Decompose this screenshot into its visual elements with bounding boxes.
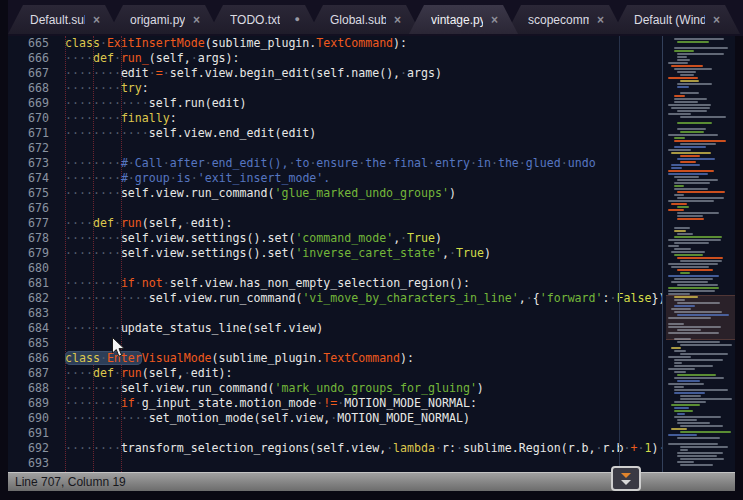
close-icon[interactable]: × [597,14,604,26]
minimap-row [668,326,721,328]
minimap-row [674,227,690,229]
editor-area[interactable]: 665class·ExitInsertMode(sublime_plugin.T… [8,36,735,472]
code-line[interactable]: 690············set_motion_mode(self.view… [8,411,663,426]
minimap[interactable] [666,36,735,472]
code-line[interactable]: 679········self.view.settings().set('inv… [8,246,663,261]
tab-origami-py[interactable]: origami.py× [108,5,220,34]
code-line[interactable]: 668········try: [8,81,663,96]
gutter-line-number: 672 [8,141,65,156]
minimap-row [680,116,726,118]
code-text: ············self.run(edit) [65,96,247,110]
tab-global-sublime[interactable]: Global.sublime× [308,5,421,34]
code-line[interactable]: 669············self.run(edit) [8,96,663,111]
code-text: ········#·group·is·'exit_insert_mode'. [65,171,330,185]
tab-label: Global.sublime [330,13,386,27]
minimap-row [677,302,720,304]
minimap-row [668,173,708,175]
minimap-row [674,182,710,184]
code-text: ············self.view.run_command('vi_mo… [65,291,663,305]
gutter-line-number: 680 [8,261,65,276]
close-icon[interactable]: × [491,14,498,26]
code-line[interactable]: 682············self.view.run_command('vi… [8,291,663,306]
mouse-pointer [111,337,126,362]
tab-scopecommand[interactable]: scopecommand× [506,5,624,34]
minimap-row [668,287,719,289]
gutter-line-number: 667 [8,66,65,81]
code-text: ········self.view.run_command('glue_mark… [65,186,456,200]
code-line[interactable]: 689········if·g_input_state.motion_mode·… [8,396,663,411]
code-line[interactable]: 671············self.view.end_edit(edit) [8,126,663,141]
minimap-row [674,401,706,403]
minimap-row [677,461,694,463]
minimap-row [674,389,728,391]
dirty-dot-icon[interactable]: ● [295,15,300,24]
code-line[interactable]: 666····def·run_(self,·args): [8,51,663,66]
code-line[interactable]: 680 [8,261,663,276]
minimap-row [674,305,695,307]
minimap-row [677,437,720,439]
minimap-row [668,200,714,202]
code-text: ········#·Call·after·end_edit(),·to·ensu… [65,156,596,170]
scroll-stepper-button[interactable] [611,466,641,491]
minimap-row [671,107,710,109]
code-line[interactable]: 676 [8,201,663,216]
minimap-row [674,95,685,97]
code-line[interactable]: 681········if·not·self.view.has_non_empt… [8,276,663,291]
tab-todo-txt[interactable]: TODO.txt● [208,5,320,34]
minimap-row [680,260,722,262]
minimap-row [677,284,718,286]
minimap-row [671,347,681,349]
close-icon[interactable]: × [394,14,401,26]
minimap-row [668,356,691,358]
gutter-line-number: 684 [8,321,65,336]
window-bottom-border [0,491,743,500]
code-text: ········self.view.settings().set('comman… [65,231,442,245]
code-line[interactable]: 674········#·group·is·'exit_insert_mode'… [8,171,663,186]
minimap-row [674,248,691,250]
minimap-row [680,80,699,82]
code-line[interactable]: 693 [8,456,663,471]
close-icon[interactable]: × [193,14,200,26]
close-icon[interactable]: × [713,14,720,26]
minimap-row [677,122,712,124]
minimap-row [674,47,728,49]
code-line[interactable]: 675········self.view.run_command('glue_m… [8,186,663,201]
minimap-row [668,239,721,241]
code-line[interactable]: 678········self.view.settings().set('com… [8,231,663,246]
minimap-row [677,206,689,208]
code-text: ········try: [65,81,149,95]
code-text: ········if·not·self.view.has_non_empty_s… [65,276,470,290]
code-line[interactable]: 665class·ExitInsertMode(sublime_plugin.T… [8,36,663,51]
minimap-row [668,245,679,247]
minimap-row [668,104,711,106]
code-line[interactable]: 691 [8,426,663,441]
minimap-row [677,86,689,88]
code-line[interactable]: 685 [8,336,663,351]
code-line[interactable]: 683 [8,306,663,321]
code-line[interactable]: 686class·EnterVisualMode(sublime_plugin.… [8,351,663,366]
code-line[interactable]: 670········finally: [8,111,663,126]
minimap-row [671,251,705,253]
close-icon[interactable]: × [93,14,100,26]
minimap-row [668,323,684,325]
minimap-row [680,161,696,163]
code-text: ········edit·=·self.view.begin_edit(self… [65,66,442,80]
minimap-row [680,353,728,355]
code-viewport[interactable]: 665class·ExitInsertMode(sublime_plugin.T… [8,36,663,472]
minimap-row [677,71,696,73]
code-line[interactable]: 677····def·run(self,·edit): [8,216,663,231]
code-line[interactable]: 673········#·Call·after·end_edit(),·to·e… [8,156,663,171]
tab-default-windo[interactable]: Default (Windo× [612,5,740,34]
code-text: class·ExitInsertMode(sublime_plugin.Text… [65,36,407,50]
minimap-row [674,377,724,379]
minimap-row [674,299,685,301]
code-line[interactable]: 667········edit·=·self.view.begin_edit(s… [8,66,663,81]
minimap-row [671,266,709,268]
code-line[interactable]: 672 [8,141,663,156]
code-line[interactable]: 684········update_status_line(self.view) [8,321,663,336]
code-line[interactable]: 688········self.view.run_command('mark_u… [8,381,663,396]
code-line[interactable]: 687····def·run(self,·edit): [8,366,663,381]
tab-default-sublim[interactable]: Default.sublim× [8,5,120,34]
tab-vintage-py[interactable]: vintage.py× [409,5,518,34]
code-line[interactable]: 692········transform_selection_regions(s… [8,441,663,456]
